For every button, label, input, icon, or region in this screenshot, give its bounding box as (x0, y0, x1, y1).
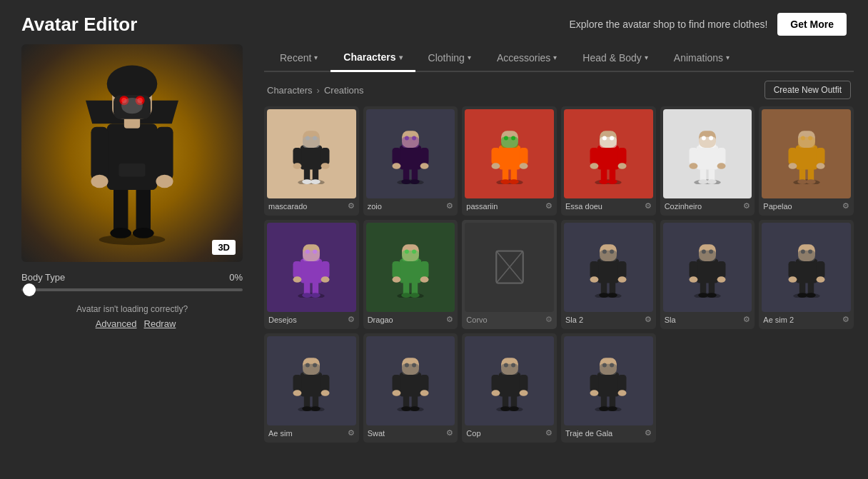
outfit-name-row: Cozinheiro⚙ (663, 201, 752, 211)
svg-point-76 (610, 136, 614, 140)
outfit-name: Desejos (268, 315, 345, 325)
outfit-cell[interactable]: passariin⚙ (462, 106, 557, 216)
tab-recent[interactable]: Recent ▾ (267, 44, 330, 71)
svg-point-67 (607, 179, 617, 184)
get-more-button[interactable]: Get More (777, 13, 847, 36)
svg-rect-2 (136, 186, 151, 233)
svg-point-210 (509, 406, 519, 411)
svg-point-58 (519, 163, 528, 169)
animations-arrow: ▾ (726, 54, 730, 61)
svg-point-122 (401, 293, 411, 298)
outfit-gear-icon[interactable]: ⚙ (645, 428, 652, 438)
outfit-cell[interactable]: Swat⚙ (363, 333, 458, 443)
svg-rect-102 (798, 137, 815, 148)
svg-point-9 (91, 174, 108, 188)
outfit-cell[interactable]: Ae sim⚙ (264, 333, 359, 443)
outfit-cell[interactable]: Desejos⚙ (264, 220, 359, 329)
breadcrumb-characters[interactable]: Characters (267, 85, 313, 96)
outfit-image-area (465, 223, 554, 312)
clothing-arrow: ▾ (468, 54, 471, 61)
svg-rect-70 (618, 148, 627, 165)
outfit-avatar (583, 351, 633, 411)
outfit-cell[interactable]: mascarado⚙ (264, 106, 359, 216)
head-body-arrow: ▾ (645, 54, 648, 61)
avatar-warning: Avatar isn't loading correctly? (21, 304, 243, 314)
svg-rect-141 (597, 258, 620, 283)
outfit-cell[interactable]: Papelao⚙ (759, 106, 854, 216)
svg-point-223 (600, 406, 610, 411)
advanced-link[interactable]: Advanced (96, 318, 137, 329)
outfit-gear-icon[interactable]: ⚙ (348, 201, 355, 211)
outfit-cell[interactable]: Ae sim 2⚙ (759, 220, 854, 329)
outfit-image-area (366, 336, 455, 425)
svg-point-158 (689, 276, 697, 283)
outfit-gear-icon[interactable]: ⚙ (545, 315, 552, 324)
tab-accessories[interactable]: Accessories ▾ (484, 44, 570, 71)
svg-rect-97 (788, 148, 797, 165)
outfit-gear-icon[interactable]: ⚙ (446, 428, 453, 438)
outfit-gear-icon[interactable]: ⚙ (446, 315, 453, 324)
svg-point-201 (420, 390, 429, 396)
outfit-gear-icon[interactable]: ⚙ (348, 428, 355, 438)
body-type-slider[interactable] (21, 288, 243, 291)
outfit-gear-icon[interactable]: ⚙ (348, 315, 355, 324)
outfit-gear-icon[interactable]: ⚙ (842, 201, 849, 211)
outfit-gear-icon[interactable]: ⚙ (545, 201, 552, 211)
svg-point-196 (410, 406, 420, 411)
outfit-cell[interactable]: Cozinheiro⚙ (660, 106, 755, 216)
svg-rect-170 (788, 261, 797, 278)
outfit-gear-icon[interactable]: ⚙ (645, 201, 652, 211)
svg-point-39 (410, 179, 420, 184)
breadcrumb-creations[interactable]: Creations (324, 85, 364, 96)
svg-point-214 (491, 390, 500, 396)
outfit-cell[interactable]: Cop⚙ (462, 333, 557, 443)
outfit-gear-icon[interactable]: ⚙ (743, 201, 750, 211)
outfit-cell[interactable]: Dragao⚙ (363, 220, 458, 329)
outfit-gear-icon[interactable]: ⚙ (842, 315, 849, 324)
svg-point-132 (412, 249, 416, 253)
outfit-avatar (682, 237, 732, 298)
svg-point-176 (801, 249, 805, 253)
tab-characters[interactable]: Characters ▾ (330, 44, 415, 72)
redraw-link[interactable]: Redraw (144, 318, 176, 329)
outfit-image-area (267, 223, 356, 312)
svg-rect-231 (600, 363, 617, 374)
svg-rect-116 (303, 250, 320, 261)
outfit-cell[interactable]: Traje de Gala⚙ (561, 333, 656, 443)
svg-rect-147 (600, 250, 617, 261)
outfit-cell[interactable]: Sla⚙ (660, 220, 755, 329)
outfit-name-row: Dragao⚙ (366, 315, 455, 325)
svg-rect-88 (699, 137, 716, 148)
svg-rect-185 (321, 375, 330, 392)
svg-point-177 (808, 249, 812, 253)
avatar-svg (75, 61, 189, 246)
outfit-gear-icon[interactable]: ⚙ (743, 315, 750, 324)
slider-thumb[interactable] (23, 283, 36, 296)
svg-point-168 (806, 293, 816, 298)
svg-point-81 (707, 179, 717, 184)
outfit-gear-icon[interactable]: ⚙ (446, 201, 453, 211)
tab-animations[interactable]: Animations ▾ (661, 44, 742, 71)
create-outfit-button[interactable]: Create New Outfit (764, 81, 851, 99)
svg-rect-26 (301, 145, 323, 169)
outfit-cell[interactable]: Sla 2⚙ (561, 220, 656, 329)
outfit-name: Sla 2 (565, 315, 642, 325)
svg-point-205 (412, 363, 416, 367)
tab-head-body[interactable]: Head & Body ▾ (570, 44, 661, 71)
svg-point-148 (602, 249, 607, 253)
svg-point-103 (801, 136, 805, 140)
outfit-gear-icon[interactable]: ⚙ (645, 315, 652, 324)
svg-point-48 (412, 136, 416, 140)
outfit-name: Ae sim (268, 428, 345, 438)
outfit-cell[interactable]: Corvo⚙ (462, 220, 557, 329)
svg-rect-110 (301, 258, 323, 283)
outfit-gear-icon[interactable]: ⚙ (545, 428, 552, 438)
svg-point-186 (293, 390, 302, 396)
outfit-cell[interactable]: Essa doeu⚙ (561, 106, 656, 216)
svg-point-233 (610, 363, 614, 367)
tab-clothing[interactable]: Clothing ▾ (415, 44, 484, 71)
outfit-cell[interactable]: zoio⚙ (363, 106, 458, 216)
svg-rect-111 (293, 261, 302, 278)
header: Avatar Editor Explore the avatar shop to… (0, 0, 868, 44)
svg-rect-68 (597, 145, 620, 169)
